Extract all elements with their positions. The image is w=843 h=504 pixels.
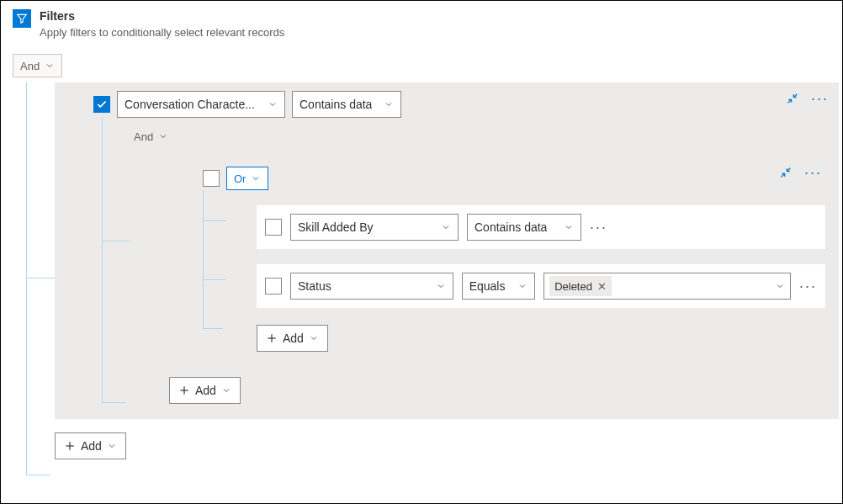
filter-group-1: ··· Conversation Characte... Contains da… xyxy=(55,82,839,419)
plus-icon xyxy=(266,332,278,344)
cond-1-field-label: Skill Added By xyxy=(298,220,374,234)
cond-2-field-label: Status xyxy=(298,279,331,293)
filter-group-2: ··· Or xyxy=(169,157,832,363)
panel-header: Filters Apply filters to conditionally s… xyxy=(13,9,839,39)
plus-icon xyxy=(178,385,190,396)
chevron-down-icon xyxy=(251,173,261,183)
group-2-checkbox[interactable] xyxy=(203,170,220,187)
chevron-down-icon xyxy=(158,131,168,141)
add-condition-button-group2[interactable]: Add xyxy=(257,325,328,352)
chevron-down-icon xyxy=(436,281,446,291)
chevron-down-icon xyxy=(384,99,394,109)
add-label: Add xyxy=(283,332,304,345)
cond-1-checkbox[interactable] xyxy=(265,219,282,236)
filter-icon xyxy=(13,9,31,28)
plus-icon xyxy=(64,440,76,452)
chevron-down-icon xyxy=(441,222,451,232)
condition-row-1: Skill Added By Contains data ··· xyxy=(257,205,825,249)
group-1-logic-label: And xyxy=(134,130,153,143)
add-label: Add xyxy=(195,384,216,397)
cond-2-field-select[interactable]: Status xyxy=(290,273,453,300)
panel-title: Filters xyxy=(40,9,284,23)
cond-1-operator-label: Contains data xyxy=(475,220,547,234)
group-1-operator-label: Contains data xyxy=(300,98,372,111)
group-1-entity-label: Conversation Characte... xyxy=(125,98,255,111)
value-chip-label: Deleted xyxy=(554,280,592,293)
root-logic-label: And xyxy=(20,60,40,72)
group-1-logic-operator[interactable]: And xyxy=(134,128,168,145)
chevron-down-icon xyxy=(775,281,785,291)
cond-2-more-button[interactable]: ··· xyxy=(799,279,817,294)
condition-row-2: Status Equals Deleted ✕ ··· xyxy=(257,264,825,308)
group-1-checkbox[interactable] xyxy=(93,96,110,113)
cond-2-operator-label: Equals xyxy=(469,279,506,293)
add-condition-button-root[interactable]: Add xyxy=(55,432,126,459)
group-1-operator-select[interactable]: Contains data xyxy=(292,91,401,118)
filters-panel: Filters Apply filters to conditionally s… xyxy=(0,0,843,504)
cond-1-operator-select[interactable]: Contains data xyxy=(467,214,581,241)
chevron-down-icon xyxy=(309,333,319,343)
chevron-down-icon xyxy=(221,385,231,395)
add-condition-button-group1[interactable]: Add xyxy=(169,377,241,404)
chevron-down-icon xyxy=(517,281,528,291)
panel-subtitle: Apply filters to conditionally select re… xyxy=(40,26,284,39)
cond-2-checkbox[interactable] xyxy=(265,278,282,294)
chevron-down-icon xyxy=(107,441,117,451)
cond-1-more-button[interactable]: ··· xyxy=(590,220,607,235)
add-label: Add xyxy=(81,439,102,453)
value-chip-deleted: Deleted ✕ xyxy=(549,276,612,296)
remove-chip-icon[interactable]: ✕ xyxy=(597,280,607,293)
chevron-down-icon xyxy=(268,99,278,109)
root-logic-operator[interactable]: And xyxy=(13,54,62,77)
group-2-logic-label: Or xyxy=(234,172,246,185)
cond-2-operator-select[interactable]: Equals xyxy=(462,273,535,300)
cond-1-field-select[interactable]: Skill Added By xyxy=(290,214,459,241)
group-2-logic-operator[interactable]: Or xyxy=(226,167,268,190)
chevron-down-icon xyxy=(45,61,55,71)
chevron-down-icon xyxy=(564,222,574,232)
cond-2-value-select[interactable]: Deleted ✕ xyxy=(543,273,791,300)
group-1-entity-select[interactable]: Conversation Characte... xyxy=(117,91,285,118)
